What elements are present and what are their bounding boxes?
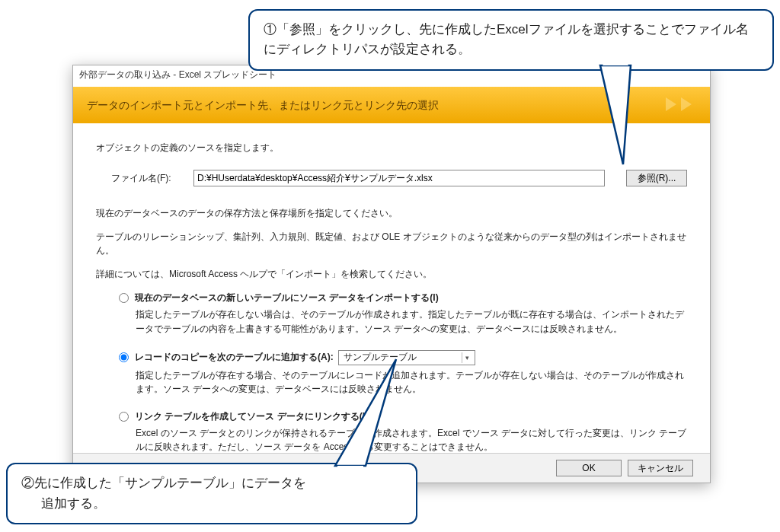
callout-1-text: ①「参照」をクリックし、先に作成したExcelファイルを選択することでファイル名… [264,22,749,56]
file-label: ファイル名(F): [96,172,193,185]
intro-text: オブジェクトの定義のソースを指定します。 [96,142,687,155]
para-help: 詳細については、Microsoft Access ヘルプで「インポート」を検索し… [96,267,687,282]
svg-marker-0 [600,65,631,164]
opt-import-new-label: 現在のデータベースの新しいテーブルにソース データをインポートする(I) [135,291,439,304]
para-storage: 現在のデータベースのデータの保存方法と保存場所を指定してください。 [96,206,687,221]
radio-import-new[interactable] [119,293,129,303]
svg-marker-3 [337,466,363,468]
banner-text: データのインポート元とインポート先、またはリンク元とリンク先の選択 [73,98,439,113]
cancel-button[interactable]: キャンセル [628,460,693,476]
ok-button[interactable]: OK [556,460,622,476]
file-row: ファイル名(F): 参照(R)... [96,170,687,186]
chevron-down-icon: ▾ [462,352,473,363]
callout-1-tail-icon [600,65,661,172]
callout-1: ①「参照」をクリックし、先に作成したExcelファイルを選択することでファイル名… [248,9,774,71]
para-limit: テーブルのリレーションシップ、集計列、入力規則、既定値、および OLE オブジェ… [96,230,687,258]
callout-2: ②先に作成した「サンプルテーブル」にデータを 追加する。 [6,463,417,524]
radio-link[interactable] [119,412,129,422]
opt-import-new: 現在のデータベースの新しいテーブルにソース データをインポートする(I) 指定し… [119,291,687,336]
browse-button[interactable]: 参照(R)... [626,170,687,186]
file-path-input[interactable] [193,170,605,186]
callout-2-line2: 追加する。 [21,494,402,514]
svg-marker-2 [335,359,396,466]
callout-2-line1: ②先に作成した「サンプルテーブル」にデータを [21,473,402,493]
opt-append-label: レコードのコピーを次のテーブルに追加する(A): [135,351,334,364]
radio-append[interactable] [119,352,129,362]
svg-marker-1 [603,64,628,65]
opt-import-new-desc: 指定したテーブルが存在しない場合は、そのテーブルが作成されます。指定したテーブル… [136,307,687,336]
callout-2-tail-icon [335,359,442,473]
